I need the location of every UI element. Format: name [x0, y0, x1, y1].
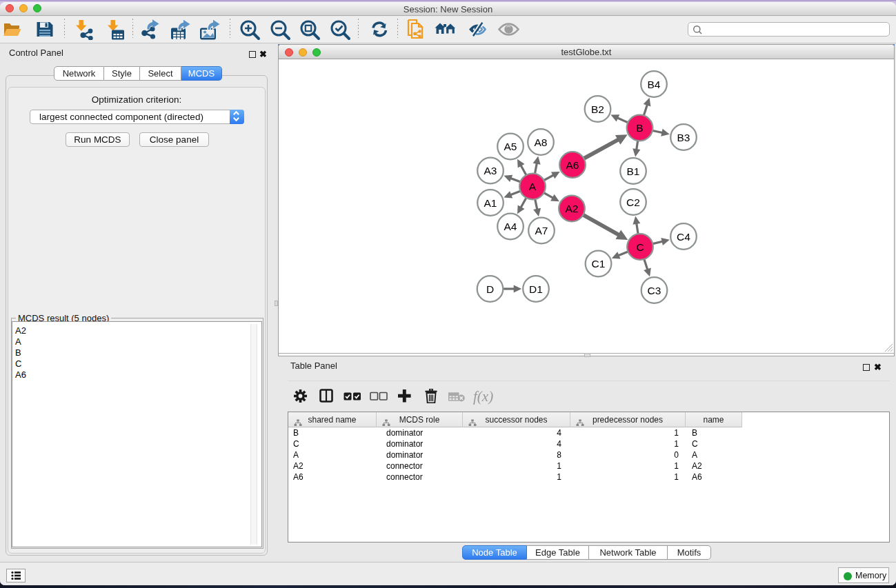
svg-text:D: D: [486, 283, 494, 295]
svg-text:C2: C2: [626, 196, 640, 208]
svg-text:A5: A5: [504, 141, 517, 152]
svg-text:A4: A4: [504, 221, 517, 232]
svg-text:B1: B1: [627, 165, 640, 177]
svg-text:B4: B4: [648, 79, 661, 90]
svg-text:A2: A2: [566, 203, 579, 214]
svg-text:A6: A6: [566, 159, 579, 171]
svg-text:C1: C1: [592, 258, 606, 270]
svg-text:B3: B3: [677, 132, 690, 143]
svg-text:C3: C3: [648, 285, 661, 296]
svg-text:A1: A1: [484, 197, 497, 209]
svg-text:A7: A7: [535, 225, 548, 236]
svg-text:B2: B2: [591, 103, 604, 115]
svg-text:A3: A3: [484, 165, 497, 176]
svg-text:B: B: [636, 122, 643, 134]
svg-text:C: C: [636, 241, 644, 253]
svg-text:A8: A8: [535, 136, 548, 148]
svg-text:A: A: [529, 181, 537, 192]
svg-text:D1: D1: [529, 283, 543, 295]
svg-text:C4: C4: [677, 231, 690, 243]
